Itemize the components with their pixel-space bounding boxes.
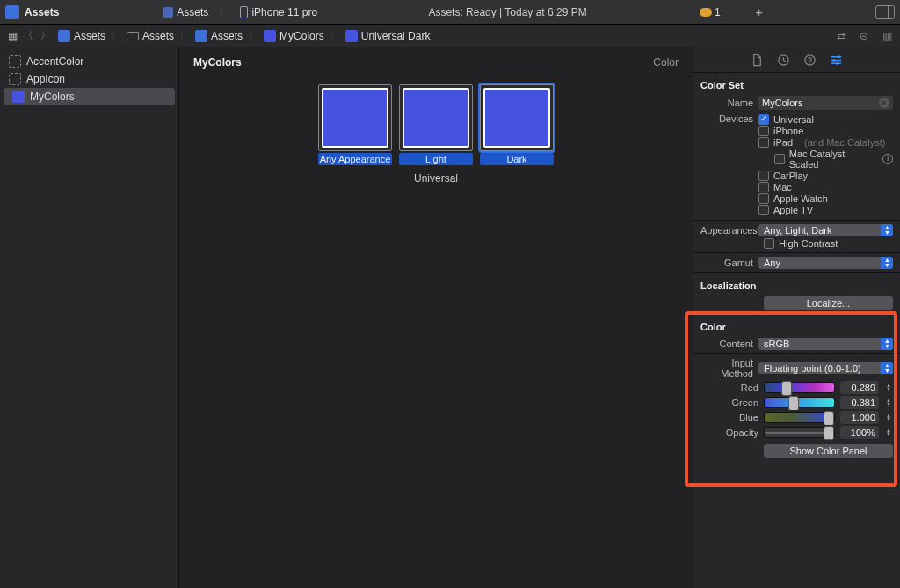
add-button[interactable]: + [747,4,772,19]
asset-title: MyColors [193,56,242,69]
svg-point-4 [832,59,835,62]
empty-appicon-icon [9,73,21,85]
sidebar-item-label: AccentColor [26,55,83,68]
swatch-row: Any Appearance Light Dark [179,84,693,165]
crumb-label: Assets [74,30,105,42]
device-carplay[interactable]: CarPlay [758,171,893,181]
device-universal[interactable]: Universal [758,114,893,125]
swatch-group-label: Universal [179,172,693,185]
folder-icon [127,32,139,40]
svg-point-1 [805,54,815,64]
svg-point-5 [836,62,838,64]
svg-point-2 [809,62,810,63]
devices-list: Universal iPhone iPad (and Mac Catalyst)… [758,113,893,216]
devices-label: Devices [700,113,758,124]
asset-editor: MyColors Color Any Appearance Light Dark… [179,47,693,588]
cloud-count: 1 [715,6,721,18]
swatch-dark[interactable]: Dark [480,84,554,165]
related-items-icon[interactable]: ▦ [5,29,19,43]
device-name: iPhone 11 pro [251,6,317,18]
breadcrumb-bar: ▦ 〈 〉 Assets 〉 Assets 〉 Assets 〉 MyColor… [0,25,900,47]
localize-button[interactable]: Localize... [764,296,893,310]
attributes-inspector-tab[interactable] [830,53,844,67]
colorvariant-icon [345,30,358,42]
crumb-label: Assets [211,30,243,42]
device-iphone[interactable]: iPhone [758,126,893,136]
color-icon [12,91,25,103]
crumb-group[interactable]: Assets [123,30,178,42]
nav-forward[interactable]: 〉 [37,28,54,43]
name-label: Name [700,98,758,108]
review-icon[interactable]: ⊝ [856,30,872,42]
build-status: Assets: Ready | Today at 6:29 PM [428,6,586,18]
asset-sidebar: AccentColor AppIcon MyColors [0,47,179,588]
device-mac[interactable]: Mac [758,182,893,192]
device-applewatch[interactable]: Apple Watch [758,193,893,204]
nav-back[interactable]: 〈 [19,28,37,43]
scheme-separator: 〉 [215,4,233,19]
high-contrast-check[interactable]: High Contrast [700,238,893,249]
sidebar-item-appicon[interactable]: AppIcon [0,70,178,88]
empty-color-icon [9,55,21,68]
appearances-popup[interactable]: Any, Light, Dark ▲▼ [758,224,893,236]
assets-icon [195,30,207,42]
sidebar-item-label: AppIcon [26,73,65,85]
help-inspector-tab[interactable] [803,53,817,67]
colorset-heading: Color Set [700,76,893,94]
localization-heading: Localization [700,277,893,294]
adjust-icon[interactable]: ▥ [879,30,895,42]
titlebar: Assets Assets 〉 iPhone 11 pro Assets: Re… [0,0,900,25]
app-icon [5,5,19,19]
library-toggle[interactable] [875,5,895,19]
svg-point-3 [838,55,840,58]
swatch-light[interactable]: Light [399,84,473,165]
scheme-name: Assets [177,6,208,18]
project-icon [58,30,70,42]
colorset-icon [264,30,276,42]
device-appletv[interactable]: Apple TV [758,205,893,215]
swatch-any[interactable]: Any Appearance [318,84,392,165]
scheme-selector[interactable]: Assets 〉 iPhone 11 pro [156,4,324,19]
crumb-project[interactable]: Assets [54,30,109,42]
crumb-variant[interactable]: Universal Dark [342,30,434,42]
gamut-popup[interactable]: Any ▲▼ [758,257,893,269]
device-mac-catalyst-scaled[interactable]: Mac Catalyst Scaledi [758,149,893,170]
device-icon [240,6,248,18]
refresh-icon[interactable]: ⇄ [833,30,849,42]
appearances-label: Appearances [700,225,758,236]
asset-type-label: Color [653,56,679,69]
info-icon[interactable]: i [882,154,893,164]
cloud-icon [700,8,712,17]
sidebar-item-mycolors[interactable]: MyColors [4,88,175,105]
gamut-label: Gamut [700,258,758,268]
window-title: Assets [25,6,59,18]
name-field[interactable] [758,96,893,110]
device-ipad[interactable]: iPad (and Mac Catalyst) [758,137,893,148]
crumb-colorset[interactable]: MyColors [260,30,328,42]
crumb-label: Universal Dark [361,30,431,42]
swatch-label: Any Appearance [318,153,392,165]
swatch-label: Light [399,153,473,165]
crumb-assets[interactable]: Assets [192,30,246,42]
history-inspector-tab[interactable] [777,53,791,67]
file-inspector-tab[interactable] [751,53,765,67]
clear-icon[interactable]: × [879,98,889,108]
annotation-highlight-box [685,311,897,487]
sidebar-item-accentcolor[interactable]: AccentColor [0,53,178,70]
crumb-label: MyColors [279,30,324,42]
cloud-status[interactable]: 1 [700,6,721,18]
inspector-tabs [693,47,900,73]
crumb-label: Assets [142,30,174,42]
scheme-icon [163,7,173,18]
swatch-label: Dark [480,153,554,165]
sidebar-item-label: MyColors [30,91,75,103]
